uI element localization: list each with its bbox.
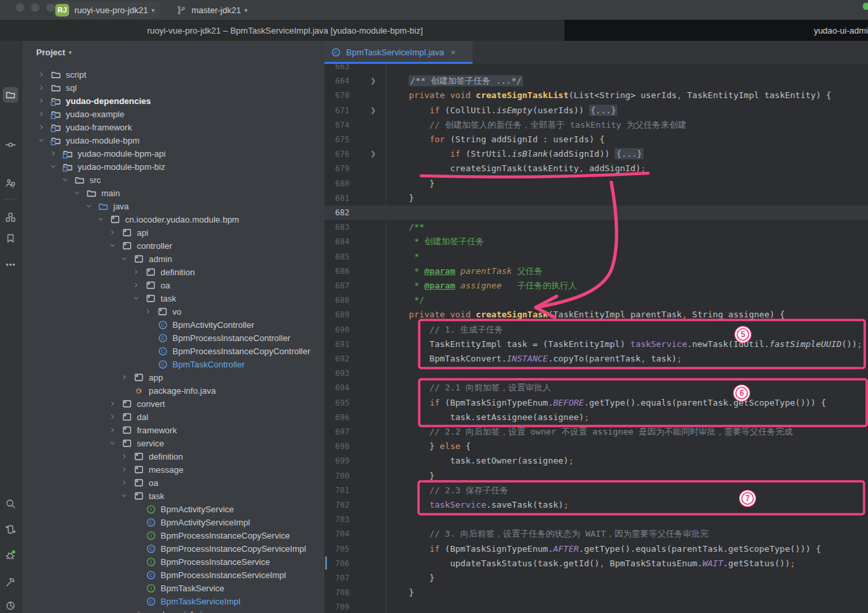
tree-item-oa[interactable]: oa bbox=[22, 476, 324, 489]
line-number[interactable]: 707 bbox=[324, 571, 349, 585]
line-number[interactable]: 706 bbox=[324, 556, 349, 571]
line-number[interactable]: 705 bbox=[324, 542, 349, 556]
tree-item-BpmProcessInstanceCopyController[interactable]: CBpmProcessInstanceCopyController bbox=[22, 344, 324, 358]
chevron-right-icon[interactable] bbox=[36, 69, 47, 80]
line-number[interactable]: 674 bbox=[324, 118, 349, 132]
endpoints-icon[interactable] bbox=[3, 521, 18, 537]
line-number[interactable]: 687 bbox=[324, 279, 349, 293]
line-number[interactable]: 703 bbox=[324, 512, 349, 527]
tree-item-vo[interactable]: vo bbox=[22, 305, 324, 318]
line-number[interactable]: 688 bbox=[324, 293, 349, 307]
tree-item-script[interactable]: script bbox=[22, 68, 324, 81]
code-line-708[interactable]: 708 } bbox=[324, 585, 868, 600]
code-line-698[interactable]: 698 } else { bbox=[324, 439, 868, 454]
chevron-right-icon[interactable] bbox=[107, 412, 118, 422]
line-number[interactable]: 697 bbox=[324, 425, 349, 439]
line-number[interactable]: 702 bbox=[324, 498, 349, 512]
chevron-right-icon[interactable] bbox=[36, 95, 47, 106]
chevron-down-icon[interactable] bbox=[84, 201, 94, 211]
line-number[interactable]: 695 bbox=[324, 396, 349, 410]
close-tab-icon[interactable]: × bbox=[451, 47, 456, 57]
tree-item-api[interactable]: api bbox=[22, 226, 324, 239]
fold-arrow-icon[interactable]: ❯ bbox=[368, 147, 378, 161]
tree-item-BpmTaskServiceImpl[interactable]: CBpmTaskServiceImpl bbox=[22, 595, 324, 608]
line-number[interactable]: 692 bbox=[324, 352, 349, 366]
code-line-694[interactable]: 694 // 2.1 向前加签，设置审批人 bbox=[324, 381, 868, 395]
tree-item-app[interactable]: app bbox=[22, 371, 324, 384]
tree-item-BpmProcessInstanceController[interactable]: CBpmProcessInstanceController bbox=[22, 331, 324, 344]
project-widget[interactable]: RJ ruoyi-vue-pro-jdk21 ▾ bbox=[53, 1, 160, 18]
tree-item-task[interactable]: task bbox=[22, 292, 324, 305]
fold-arrow-icon[interactable]: ❯ bbox=[368, 74, 378, 88]
code-line-693[interactable]: 693 bbox=[324, 366, 868, 381]
code-line-682[interactable]: 682 bbox=[324, 205, 868, 220]
code-line-685[interactable]: 685 * bbox=[324, 250, 868, 264]
line-number[interactable]: 693 bbox=[324, 366, 349, 381]
more-icon[interactable] bbox=[3, 257, 18, 273]
tree-item-java[interactable]: java bbox=[22, 200, 324, 213]
line-number[interactable]: 681 bbox=[324, 191, 349, 205]
line-number[interactable]: 698 bbox=[324, 439, 349, 454]
code-line-707[interactable]: 707 } bbox=[324, 571, 868, 585]
tree-item-definition[interactable]: definition bbox=[22, 450, 324, 463]
build-icon[interactable] bbox=[3, 574, 18, 590]
code-line-679[interactable]: 679 createSignTask(taskEntity, addSignId… bbox=[324, 161, 868, 176]
code-editor[interactable]: 663664❯ /** 创建加签子任务 ...*/670 private voi… bbox=[324, 64, 868, 613]
tree-item-service[interactable]: service bbox=[22, 437, 324, 450]
code-line-670[interactable]: 670 private void createSignTaskList(List… bbox=[324, 88, 868, 103]
tree-item-admin[interactable]: admin bbox=[22, 252, 324, 265]
line-number[interactable]: 679 bbox=[324, 161, 349, 176]
tree-item-message[interactable]: message bbox=[22, 463, 324, 476]
chevron-right-icon[interactable] bbox=[36, 109, 47, 119]
chevron-down-icon[interactable] bbox=[107, 438, 118, 448]
line-number[interactable]: 664 bbox=[324, 74, 349, 88]
fold-arrow-icon[interactable]: ❯ bbox=[368, 103, 378, 118]
tree-item-oa[interactable]: oa bbox=[22, 279, 324, 292]
line-number[interactable]: 700 bbox=[324, 469, 349, 483]
line-number[interactable]: 671 bbox=[324, 103, 349, 118]
project-icon[interactable] bbox=[3, 87, 18, 103]
tree-item-controller[interactable]: controller bbox=[22, 239, 324, 252]
chevron-right-icon[interactable] bbox=[119, 477, 130, 488]
tree-item-BpmProcessInstanceServiceImpl[interactable]: CBpmProcessInstanceServiceImpl bbox=[22, 568, 324, 581]
code-line-663[interactable]: 663 bbox=[324, 64, 868, 74]
line-number[interactable]: 691 bbox=[324, 337, 349, 352]
close-window-icon[interactable] bbox=[16, 3, 24, 12]
editor-tab[interactable]: C BpmTaskServiceImpl.java × bbox=[324, 41, 472, 64]
tree-item-BpmProcessInstanceCopyServiceImpl[interactable]: CBpmProcessInstanceCopyServiceImpl bbox=[22, 542, 324, 555]
chevron-right-icon[interactable] bbox=[48, 148, 59, 159]
line-number[interactable]: 690 bbox=[324, 323, 349, 337]
code-line-692[interactable]: 692 BpmTaskConvert.INSTANCE.copyTo(paren… bbox=[324, 352, 868, 366]
tree-item-convert[interactable]: convert bbox=[22, 397, 324, 410]
chevron-right-icon[interactable] bbox=[107, 227, 118, 238]
line-number[interactable]: 696 bbox=[324, 410, 349, 425]
tree-item-BpmProcessInstanceService[interactable]: IBpmProcessInstanceService bbox=[22, 555, 324, 568]
chevron-right-icon[interactable] bbox=[36, 122, 47, 132]
tree-item-definition[interactable]: definition bbox=[22, 265, 324, 279]
tree-item-yudao-module-bpm[interactable]: yudao-module-bpm bbox=[22, 134, 324, 147]
tree-item-BpmActivityService[interactable]: IBpmActivityService bbox=[22, 502, 324, 516]
chevron-right-icon[interactable] bbox=[107, 425, 118, 435]
code-line-695[interactable]: 695 if (BpmTaskSignTypeEnum.BEFORE.getTy… bbox=[324, 396, 868, 410]
line-number[interactable]: 701 bbox=[324, 483, 349, 498]
tree-item-dal[interactable]: dal bbox=[22, 410, 324, 423]
code-line-680[interactable]: 680 } bbox=[324, 176, 868, 191]
code-line-703[interactable]: 703 bbox=[324, 512, 868, 527]
line-number[interactable]: 680 bbox=[324, 176, 349, 191]
tree-item-BpmActivityController[interactable]: CBpmActivityController bbox=[22, 318, 324, 331]
chevron-down-icon[interactable] bbox=[131, 293, 141, 304]
tree-item-yudao-module-bpm-biz[interactable]: yudao-module-bpm-biz bbox=[22, 160, 324, 173]
bookmarks-icon[interactable] bbox=[3, 230, 18, 246]
chevron-right-icon[interactable] bbox=[107, 398, 118, 409]
pull-requests-icon[interactable] bbox=[3, 175, 18, 191]
line-number[interactable]: 670 bbox=[324, 88, 349, 103]
code-line-706[interactable]: 706 updateTaskStatus(task.getId(), BpmTa… bbox=[324, 556, 868, 571]
chevron-down-icon[interactable] bbox=[36, 135, 47, 146]
chevron-down-icon[interactable] bbox=[95, 214, 106, 225]
line-number[interactable]: 689 bbox=[324, 307, 349, 322]
line-number[interactable]: 675 bbox=[324, 132, 349, 147]
tree-item-BpmActivityServiceImpl[interactable]: CBpmActivityServiceImpl bbox=[22, 516, 324, 529]
chevron-down-icon[interactable] bbox=[48, 161, 59, 172]
profiler-icon[interactable] bbox=[3, 598, 18, 613]
chevron-right-icon[interactable] bbox=[143, 306, 153, 317]
